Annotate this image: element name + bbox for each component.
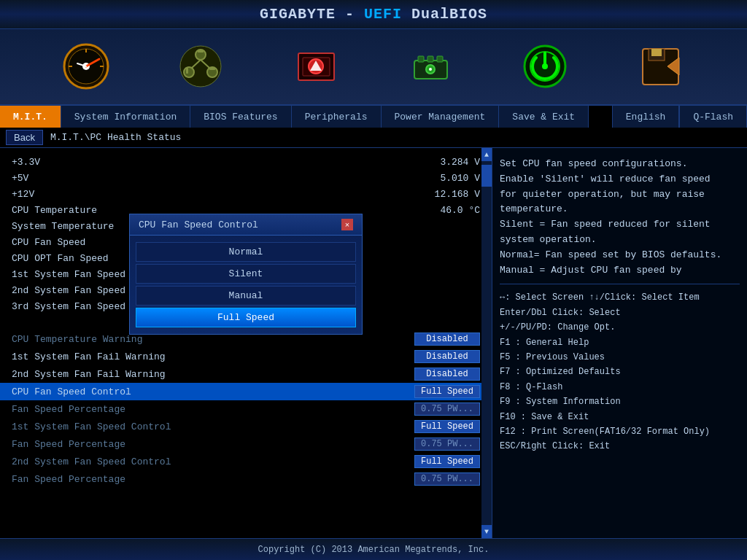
header-suffix: DualBIOS <box>402 6 487 23</box>
scroll-track <box>481 161 492 525</box>
option-normal[interactable]: Normal <box>136 242 356 262</box>
label-fan-pct-1: Fan Speed Percentage <box>12 404 125 415</box>
label-1st-sys-fan-ctrl: 1st System Fan Speed Control <box>12 421 171 432</box>
option-manual[interactable]: Manual <box>136 286 356 306</box>
tab-mit[interactable]: M.I.T. <box>0 106 61 128</box>
label-cpu-opt-fan: CPU OPT Fan Speed <box>12 253 109 264</box>
label-cpu-temp-warn: CPU Temperature Warning <box>12 334 142 345</box>
label-2nd-fan-fail: 2nd System Fan Fail Warning <box>12 369 166 380</box>
system-info-nav-item[interactable] <box>176 42 227 93</box>
option-full-speed[interactable]: Full Speed <box>136 308 356 327</box>
value-cpu-temp-warn: Disabled <box>414 332 480 346</box>
row-1st-sys-fan-ctrl: 1st System Fan Speed Control Full Speed <box>0 418 492 435</box>
tab-power-mgmt[interactable]: Power Management <box>382 106 500 128</box>
tab-system-info[interactable]: System Information <box>61 106 190 128</box>
row-5v: +5V 5.010 V <box>0 170 492 186</box>
tab-nav: M.I.T. System Information BIOS Features … <box>0 106 747 128</box>
svg-rect-24 <box>437 56 443 62</box>
row-fan-pct-3: Fan Speed Percentage 0.75 PW... <box>0 470 492 488</box>
cpu-fan-speed-modal: CPU Fan Speed Control × Normal Silent Ma… <box>129 214 363 335</box>
value-1st-sys-fan-ctrl: Full Speed <box>414 420 480 433</box>
svg-point-29 <box>542 63 548 69</box>
bios-features-nav-item[interactable] <box>290 42 341 93</box>
label-cpu-temp: CPU Temperature <box>12 205 97 216</box>
tab-qflash[interactable]: Q-Flash <box>679 106 747 128</box>
icon-nav <box>0 29 747 106</box>
option-silent[interactable]: Silent <box>136 264 356 284</box>
svg-point-26 <box>429 68 432 71</box>
header-prefix: GIGABYTE - <box>260 6 364 23</box>
label-2nd-sys-fan-ctrl: 2nd System Fan Speed Control <box>12 456 171 467</box>
value-fan-pct-3: 0.75 PW... <box>414 472 480 486</box>
svg-point-10 <box>184 67 194 77</box>
modal-close-button[interactable]: × <box>341 219 353 230</box>
mit-nav-item[interactable] <box>61 42 112 93</box>
row-fan-pct-1: Fan Speed Percentage 0.75 PW... <box>0 400 492 418</box>
value-fan-pct-2: 0.75 PW... <box>414 438 480 451</box>
scrollbar[interactable]: ▲ ▼ <box>481 148 492 538</box>
header-uefi: UEFI <box>364 6 402 23</box>
modal-title: CPU Fan Speed Control <box>139 219 258 230</box>
label-33v: +3.3V <box>12 157 40 168</box>
label-5v: +5V <box>12 173 28 184</box>
tab-english[interactable]: English <box>612 106 680 128</box>
value-cpu-fan-ctrl: Full Speed <box>414 385 480 398</box>
label-fan-pct-2: Fan Speed Percentage <box>12 439 125 450</box>
save-exit-nav-item[interactable] <box>635 42 686 93</box>
bios-features-icon <box>290 42 341 93</box>
footer-text: Copyright (C) 2013 American Megatrends, … <box>258 545 489 555</box>
row-2nd-sys-fan-ctrl: 2nd System Fan Speed Control Full Speed <box>0 453 492 470</box>
modal-header: CPU Fan Speed Control × <box>130 214 362 236</box>
value-fan-pct-1: 0.75 PW... <box>414 402 480 416</box>
row-cpu-fan-ctrl[interactable]: CPU Fan Speed Control Full Speed <box>0 383 492 400</box>
value-1st-fan-fail: Disabled <box>414 350 480 363</box>
peripherals-nav-item[interactable] <box>406 42 457 93</box>
value-cpu-temp: 46.0 °C <box>392 205 480 216</box>
help-divider <box>500 284 740 284</box>
tab-peripherals[interactable]: Peripherals <box>292 106 382 128</box>
label-1st-fan-fail: 1st System Fan Fail Warning <box>12 351 166 362</box>
svg-rect-22 <box>418 56 424 62</box>
value-12v: 12.168 V <box>392 189 480 200</box>
mit-icon <box>61 42 112 93</box>
breadcrumb-bar: Back M.I.T.\PC Health Status <box>0 128 747 148</box>
shortcuts: ↔: Select Screen ↑↓/Click: Select Item E… <box>500 290 740 454</box>
label-2nd-sys-fan: 2nd System Fan Speed <box>12 285 125 296</box>
svg-rect-15 <box>186 68 188 74</box>
scroll-down-arrow[interactable]: ▼ <box>481 525 492 538</box>
tab-save-exit[interactable]: Save & Exit <box>499 106 589 128</box>
power-mgmt-nav-item[interactable] <box>520 42 571 93</box>
row-fan-pct-2: Fan Speed Percentage 0.75 PW... <box>0 435 492 453</box>
left-panel: +3.3V 3.284 V +5V 5.010 V +12V 12.168 V … <box>0 148 492 538</box>
modal-options: Normal Silent Manual Full Speed <box>130 236 362 334</box>
label-12v: +12V <box>12 189 34 200</box>
footer: Copyright (C) 2013 American Megatrends, … <box>0 538 747 560</box>
scroll-thumb <box>481 165 492 187</box>
save-exit-icon <box>635 42 686 93</box>
tab-bios-features[interactable]: BIOS Features <box>190 106 291 128</box>
row-33v: +3.3V 3.284 V <box>0 154 492 170</box>
svg-rect-23 <box>427 56 433 62</box>
row-12v: +12V 12.168 V <box>0 186 492 202</box>
value-5v: 5.010 V <box>392 173 480 184</box>
label-1st-sys-fan: 1st System Fan Speed <box>12 269 125 280</box>
peripherals-icon <box>406 42 457 93</box>
power-mgmt-icon <box>520 42 571 93</box>
svg-rect-16 <box>209 68 215 70</box>
row-2nd-fan-fail[interactable]: 2nd System Fan Fail Warning Disabled <box>0 365 492 383</box>
value-33v: 3.284 V <box>392 157 480 168</box>
label-sys-temp: System Temperature <box>12 221 114 232</box>
right-panel: Set CPU fan speed configurations. Enable… <box>492 148 747 538</box>
label-fan-pct-3: Fan Speed Percentage <box>12 474 125 485</box>
scroll-up-arrow[interactable]: ▲ <box>481 148 492 161</box>
main-content: +3.3V 3.284 V +5V 5.010 V +12V 12.168 V … <box>0 148 747 538</box>
header-title: GIGABYTE - UEFI DualBIOS <box>260 6 487 23</box>
back-button[interactable]: Back <box>6 130 43 145</box>
value-2nd-fan-fail: Disabled <box>414 368 480 381</box>
breadcrumb-path: M.I.T.\PC Health Status <box>50 132 181 143</box>
label-3rd-sys-fan: 3rd System Fan Speed <box>12 301 125 312</box>
svg-rect-14 <box>198 50 204 52</box>
row-1st-fan-fail[interactable]: 1st System Fan Fail Warning Disabled <box>0 348 492 365</box>
label-cpu-fan: CPU Fan Speed <box>12 237 85 248</box>
value-2nd-sys-fan-ctrl: Full Speed <box>414 455 480 468</box>
